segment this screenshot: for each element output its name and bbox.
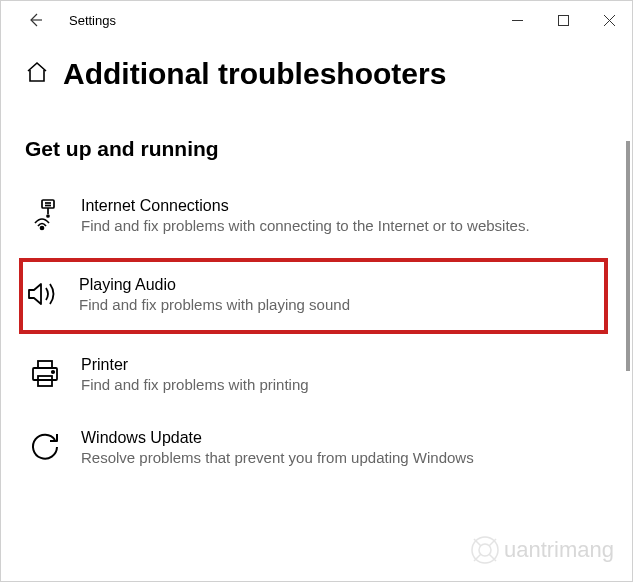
svg-rect-12 xyxy=(38,376,52,386)
maximize-icon xyxy=(558,15,569,26)
titlebar: Settings xyxy=(1,1,632,39)
troubleshooter-desc: Resolve problems that prevent you from u… xyxy=(81,448,474,468)
svg-point-9 xyxy=(41,227,44,230)
troubleshooter-windows-update[interactable]: Windows Update Resolve problems that pre… xyxy=(25,421,608,476)
troubleshooter-title: Internet Connections xyxy=(81,197,530,215)
watermark-text: uantrimang xyxy=(504,537,614,563)
troubleshooter-desc: Find and fix problems with playing sound xyxy=(79,295,350,315)
back-button[interactable] xyxy=(19,4,51,36)
troubleshooter-text: Printer Find and fix problems with print… xyxy=(81,356,309,395)
printer-icon xyxy=(27,356,63,392)
watermark: uantrimang xyxy=(470,535,614,565)
minimize-icon xyxy=(512,15,523,26)
scrollbar[interactable] xyxy=(626,141,630,371)
close-button[interactable] xyxy=(586,4,632,36)
window-controls xyxy=(494,4,632,36)
svg-rect-10 xyxy=(38,361,52,368)
page-header: Additional troubleshooters xyxy=(25,57,608,91)
troubleshooter-title: Playing Audio xyxy=(79,276,350,294)
maximize-button[interactable] xyxy=(540,4,586,36)
svg-point-13 xyxy=(52,370,54,372)
page-title: Additional troubleshooters xyxy=(63,57,446,91)
troubleshooter-playing-audio[interactable]: Playing Audio Find and fix problems with… xyxy=(19,258,608,333)
troubleshooter-internet-connections[interactable]: Internet Connections Find and fix proble… xyxy=(25,189,608,244)
troubleshooter-printer[interactable]: Printer Find and fix problems with print… xyxy=(25,348,608,403)
close-icon xyxy=(604,15,615,26)
minimize-button[interactable] xyxy=(494,4,540,36)
svg-rect-4 xyxy=(42,200,54,208)
section-heading: Get up and running xyxy=(25,137,608,161)
troubleshooter-text: Playing Audio Find and fix problems with… xyxy=(79,276,350,315)
svg-line-19 xyxy=(489,554,496,561)
svg-line-17 xyxy=(489,539,496,546)
update-icon xyxy=(27,429,63,465)
audio-icon xyxy=(25,276,61,312)
network-icon xyxy=(27,197,63,233)
svg-point-15 xyxy=(479,544,491,556)
svg-rect-1 xyxy=(558,15,568,25)
arrow-left-icon xyxy=(27,12,43,28)
svg-line-18 xyxy=(474,554,481,561)
content-area: Additional troubleshooters Get up and ru… xyxy=(1,39,632,476)
svg-point-14 xyxy=(472,537,498,563)
troubleshooter-desc: Find and fix problems with printing xyxy=(81,375,309,395)
svg-point-8 xyxy=(47,215,49,217)
svg-line-16 xyxy=(474,539,481,546)
troubleshooter-text: Windows Update Resolve problems that pre… xyxy=(81,429,474,468)
troubleshooter-title: Windows Update xyxy=(81,429,474,447)
troubleshooter-desc: Find and fix problems with connecting to… xyxy=(81,216,530,236)
app-title: Settings xyxy=(69,13,116,28)
troubleshooter-title: Printer xyxy=(81,356,309,374)
troubleshooter-text: Internet Connections Find and fix proble… xyxy=(81,197,530,236)
home-icon[interactable] xyxy=(25,60,49,88)
